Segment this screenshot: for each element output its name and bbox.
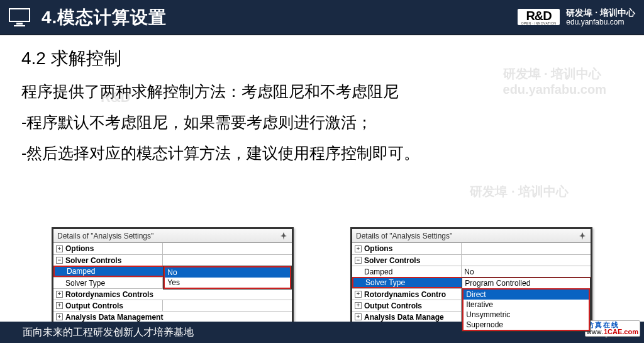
body-line-3: -然后选择对应的模态计算方法，建议使用程序控制即可。 [21,141,626,166]
dropdown-option[interactable]: No [165,267,290,278]
monitor-icon [9,8,30,27]
panels-row: Details of "Analysis Settings" +Options … [0,227,644,324]
header-left: 4.模态计算设置 [9,6,167,30]
expander-icon[interactable]: − [56,257,63,264]
pin-icon[interactable] [279,232,288,240]
expander-icon[interactable]: + [56,291,63,298]
brand-cn: 研发埠 · 培训中心 [566,8,635,18]
expander-icon[interactable]: + [355,291,362,298]
watermark: 研发埠 · 培训中心 [470,183,569,200]
panel-title: Details of "Analysis Settings" [356,232,452,240]
section-title: 4.2 求解控制 [21,47,626,70]
source-badge: 仿真在线 www. 1CAE.com [585,320,640,337]
brand-text: 研发埠 · 培训中心 edu.yanfabu.com [566,8,635,26]
expander-icon[interactable]: + [355,302,362,309]
expander-icon[interactable]: + [56,245,63,252]
body-line-2: -程序默认不考虑阻尼，如果需要考虑则进行激活； [21,110,626,135]
details-panel-left: Details of "Analysis Settings" +Options … [52,227,294,324]
expander-icon[interactable]: + [56,302,63,309]
rd-logo-sub: OPEN · INNOVATION [521,22,557,25]
tree-row-rotordynamics[interactable]: +Rotordynamics Contro Program Controlled… [352,288,591,300]
dropdown-option[interactable]: Direct [464,290,589,300]
solver-type-dropdown[interactable]: Program Controlled Direct Iterative Unsy… [462,278,591,332]
tree-row-options[interactable]: +Options [53,243,292,254]
tree-row-rotordynamics[interactable]: +Rotordynamics Controls [53,288,292,300]
tree-row-options[interactable]: +Options [352,243,591,254]
brand-url: edu.yanfabu.com [566,18,635,26]
expander-icon[interactable]: + [355,313,362,320]
rd-logo: R&D OPEN · INNOVATION [518,9,560,25]
dropdown-option[interactable]: Iterative [464,300,589,310]
dropdown-option[interactable]: Yes [165,278,290,288]
tree-row-solver-controls[interactable]: −Solver Controls [53,254,292,266]
slide-title: 4.模态计算设置 [42,6,167,30]
panel-title: Details of "Analysis Settings" [57,232,153,240]
panel-header: Details of "Analysis Settings" [53,229,292,243]
pin-icon[interactable] [578,232,587,240]
tree-row-analysis-data[interactable]: +Analysis Data Management [53,311,292,322]
header-right: R&D OPEN · INNOVATION 研发埠 · 培训中心 edu.yan… [518,8,635,26]
dropdown-option[interactable]: Unsymmetric [464,310,589,320]
body-line-1: 程序提供了两种求解控制方法：考虑阻尼和不考虑阻尼 [21,79,626,104]
expander-icon[interactable]: + [56,313,63,320]
tree-row-solver-controls[interactable]: −Solver Controls [352,254,591,266]
dropdown-option[interactable]: Program Controlled [462,278,590,288]
badge-domain: 1CAE.com [604,329,638,335]
expander-icon[interactable]: − [355,257,362,264]
damped-dropdown[interactable]: No Yes [163,266,292,290]
slide-header: 4.模态计算设置 R&D OPEN · INNOVATION 研发埠 · 培训中… [0,0,644,35]
expander-icon[interactable]: + [355,245,362,252]
property-tree: +Options −Solver Controls Damped No Solv… [352,243,591,322]
tree-row-solver-type[interactable]: Solver Type No Yes [53,277,292,288]
svg-rect-0 [9,9,30,21]
svg-rect-2 [14,25,25,26]
property-tree: +Options −Solver Controls Damped No Solv… [53,243,292,322]
slide-content: R&D 研发埠 · 培训中心edu.yanfabu.com 研发埠 · 培训中心… [0,35,644,322]
footer-left: 面向未来的工程研发创新人才培养基地 [23,326,194,339]
tree-row-output-controls[interactable]: +Output Controls [53,300,292,311]
panel-header: Details of "Analysis Settings" [352,229,591,243]
svg-rect-1 [16,23,23,25]
rd-logo-text: R&D [526,9,551,22]
dropdown-option[interactable]: Supernode [464,320,589,330]
details-panel-right: Details of "Analysis Settings" +Options … [350,227,592,324]
tree-row-damped[interactable]: Damped No [352,266,591,277]
